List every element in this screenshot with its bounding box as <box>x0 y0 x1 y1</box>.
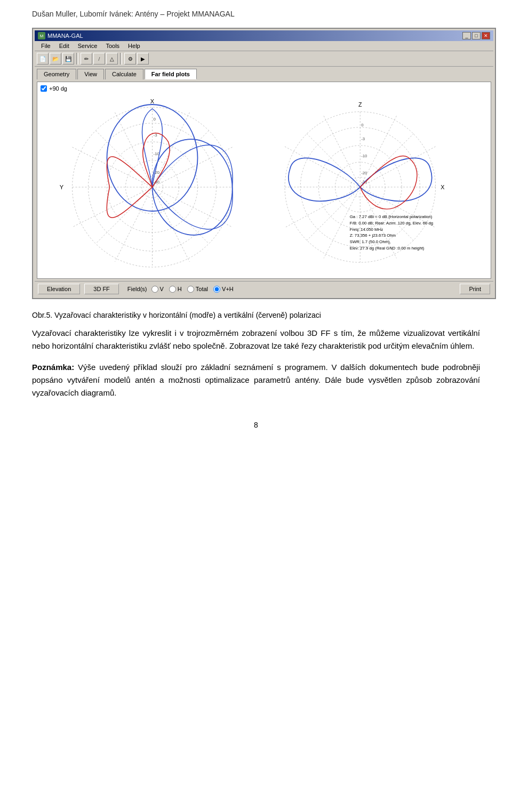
svg-text:X: X <box>441 184 444 190</box>
tab-geometry[interactable]: Geometry <box>37 69 76 79</box>
svg-text:Freq: 14.050 MHz: Freq: 14.050 MHz <box>350 227 383 232</box>
toolbar-open[interactable]: 📂 <box>50 53 61 65</box>
menu-bar: File Edit Service Tools Help <box>35 41 493 51</box>
toolbar-save[interactable]: 💾 <box>62 53 74 65</box>
left-plot-svg: X Y 0 -3 -10 -20 -30 <box>41 94 264 275</box>
right-plot-svg: Z X 0 -3 -10 -20 -30 G <box>264 94 487 275</box>
figure-caption-text: Vyzařovací charakteristiky v horizontáln… <box>54 311 321 319</box>
svg-text:Elev: 27.9 dg (Real GND  :0.00: Elev: 27.9 dg (Real GND :0.00 m height) <box>350 246 425 251</box>
window-content: +90 dg <box>35 79 493 281</box>
tab-view[interactable]: View <box>77 69 104 79</box>
toolbar-separator-2 <box>120 53 122 65</box>
close-button[interactable]: ✕ <box>482 32 490 39</box>
titlebar-left: M MMANA-GAL <box>38 32 83 39</box>
left-plot: X Y 0 -3 -10 -20 -30 <box>41 94 264 275</box>
radio-h-label: H <box>178 286 182 292</box>
toolbar-triangle[interactable]: △ <box>106 53 118 65</box>
3dff-button[interactable]: 3D FF <box>84 284 119 294</box>
minimize-button[interactable]: _ <box>462 32 471 39</box>
menu-file[interactable]: File <box>37 42 55 50</box>
svg-text:SWR: 1.7 (50.0 Ohm),: SWR: 1.7 (50.0 Ohm), <box>350 239 391 244</box>
plot-area: +90 dg <box>37 82 491 279</box>
radio-v[interactable]: V <box>151 286 164 293</box>
tab-bar: Geometry View Calculate Far field plots <box>35 67 493 79</box>
field-radio-group: V H Total V+H <box>151 286 234 293</box>
svg-text:0: 0 <box>154 117 156 122</box>
body-paragraph-1: Vyzařovací charakteristiky lze vykreslit… <box>32 327 480 352</box>
menu-service[interactable]: Service <box>74 42 102 50</box>
radio-total[interactable]: Total <box>187 286 208 293</box>
print-button[interactable]: Print <box>460 284 490 294</box>
page-header: Dušan Muller, Lubomír Ivánek: Antény – P… <box>32 10 480 18</box>
radio-vh[interactable]: V+H <box>213 286 234 293</box>
figure-caption: Obr.5. Vyzařovací charakteristiky v hori… <box>32 311 480 319</box>
svg-text:-3: -3 <box>361 136 365 141</box>
toolbar: 📄 📂 💾 ✏ / △ ⚙ ▶ <box>35 51 493 67</box>
checkbox-label: +90 dg <box>49 85 67 92</box>
toolbar-separator-1 <box>76 53 78 65</box>
svg-text:0: 0 <box>361 123 364 127</box>
figure-number: Obr.5. <box>32 311 52 319</box>
svg-text:Z: Z <box>358 101 362 108</box>
body-paragraph-2: Poznámka: Výše uvedený příklad slouží pr… <box>32 361 480 399</box>
radio-total-label: Total <box>196 286 208 292</box>
radio-v-label: V <box>160 286 164 292</box>
paragraph-2-bold: Poznámka: <box>32 363 74 372</box>
tab-far-field-plots[interactable]: Far field plots <box>145 69 197 79</box>
toolbar-line[interactable]: / <box>93 53 105 65</box>
elevation-button[interactable]: Elevation <box>38 284 80 294</box>
checkbox-row: +90 dg <box>41 85 487 92</box>
toolbar-settings[interactable]: ⚙ <box>124 53 136 65</box>
maximize-button[interactable]: □ <box>472 32 481 39</box>
bottom-controls: Elevation 3D FF Field(s) V H Total V+H P… <box>35 281 493 296</box>
toolbar-pencil[interactable]: ✏ <box>81 53 92 65</box>
field-label: Field(s) <box>127 286 147 292</box>
radio-vh-label: V+H <box>222 286 234 292</box>
window-titlebar: M MMANA-GAL _ □ ✕ <box>35 30 493 41</box>
plots-container: X Y 0 -3 -10 -20 -30 <box>41 94 487 275</box>
toolbar-new[interactable]: 📄 <box>37 53 49 65</box>
tab-calculate[interactable]: Calculate <box>105 69 143 79</box>
svg-text:-20: -20 <box>361 171 367 175</box>
svg-text:Z: 73.356 + j23.673 Ohm: Z: 73.356 + j23.673 Ohm <box>350 233 396 238</box>
left-axis-x-top: X <box>150 98 155 104</box>
paragraph-2-text: Výše uvedený příklad slouží pro základní… <box>32 363 480 397</box>
page-number: 8 <box>32 421 480 429</box>
right-plot: Z X 0 -3 -10 -20 -30 G <box>264 94 487 275</box>
menu-help[interactable]: Help <box>124 42 145 50</box>
menu-tools[interactable]: Tools <box>101 42 124 50</box>
plus90dg-checkbox[interactable] <box>41 85 47 92</box>
app-icon: M <box>38 32 45 39</box>
radio-h[interactable]: H <box>169 286 182 293</box>
application-screenshot: M MMANA-GAL _ □ ✕ File Edit Service Tool… <box>32 28 496 299</box>
window-controls[interactable]: _ □ ✕ <box>462 32 490 39</box>
left-axis-y: Y <box>60 184 64 190</box>
svg-text:Ga : 7.27 dBi = 0 dB  (Horizon: Ga : 7.27 dBi = 0 dB (Horizontal polariz… <box>350 214 433 219</box>
toolbar-run[interactable]: ▶ <box>137 53 149 65</box>
svg-text:-10: -10 <box>361 154 367 158</box>
menu-edit[interactable]: Edit <box>55 42 74 50</box>
window-title: MMANA-GAL <box>47 33 83 39</box>
svg-text:F/B: 0.00 dB; Rear: Azim. 120 : F/B: 0.00 dB; Rear: Azim. 120 dg, Elev. … <box>350 221 433 226</box>
